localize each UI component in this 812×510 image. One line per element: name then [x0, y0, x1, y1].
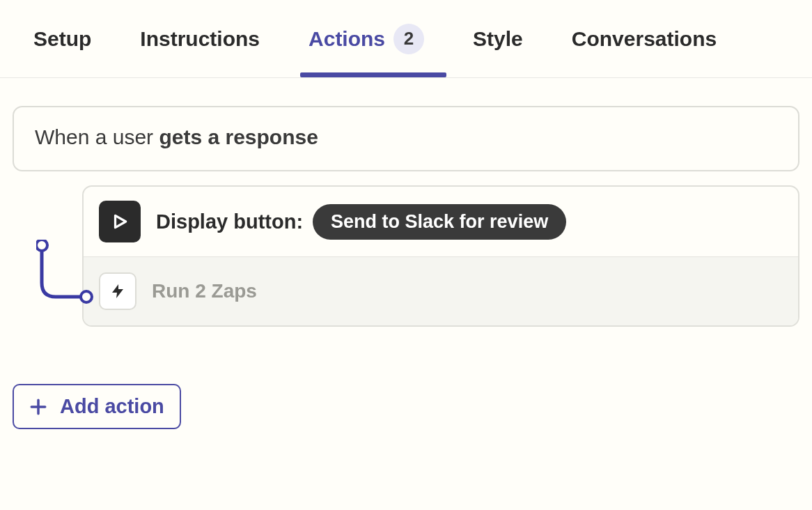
tab-instructions-label: Instructions — [140, 27, 260, 51]
tab-conversations[interactable]: Conversations — [572, 0, 717, 77]
add-action-label: Add action — [60, 395, 164, 418]
action-row-main: Display button: Send to Slack for review — [84, 187, 798, 256]
tab-actions[interactable]: Actions 2 — [309, 0, 424, 77]
plus-icon — [29, 398, 47, 416]
trigger-prefix: When a user — [35, 125, 159, 148]
tab-style-label: Style — [473, 27, 523, 51]
action-label-prefix: Display button: — [156, 210, 303, 233]
action-button-pill: Send to Slack for review — [313, 204, 566, 240]
trigger-bold: gets a response — [159, 125, 318, 148]
action-row-sub: Run 2 Zaps — [84, 256, 798, 325]
content-area: When a user gets a response Display butt… — [0, 78, 812, 429]
add-action-button[interactable]: Add action — [13, 384, 181, 429]
trigger-text: When a user gets a response — [35, 125, 777, 149]
action-label: Display button: Send to Slack for review — [156, 204, 566, 240]
trigger-card[interactable]: When a user gets a response — [13, 106, 799, 171]
tab-actions-count-badge: 2 — [393, 24, 424, 54]
tab-setup-label: Setup — [33, 27, 91, 51]
tab-conversations-label: Conversations — [572, 27, 717, 51]
play-icon — [99, 201, 141, 242]
tab-instructions[interactable]: Instructions — [140, 0, 260, 77]
tab-style[interactable]: Style — [473, 0, 523, 77]
action-sub-label: Run 2 Zaps — [152, 280, 257, 302]
action-card[interactable]: Display button: Send to Slack for review… — [82, 185, 799, 327]
tab-actions-label: Actions — [309, 27, 385, 51]
svg-point-0 — [36, 240, 47, 251]
tabs-bar: Setup Instructions Actions 2 Style Conve… — [0, 0, 812, 78]
zap-icon — [99, 272, 136, 310]
tab-setup[interactable]: Setup — [33, 0, 91, 77]
